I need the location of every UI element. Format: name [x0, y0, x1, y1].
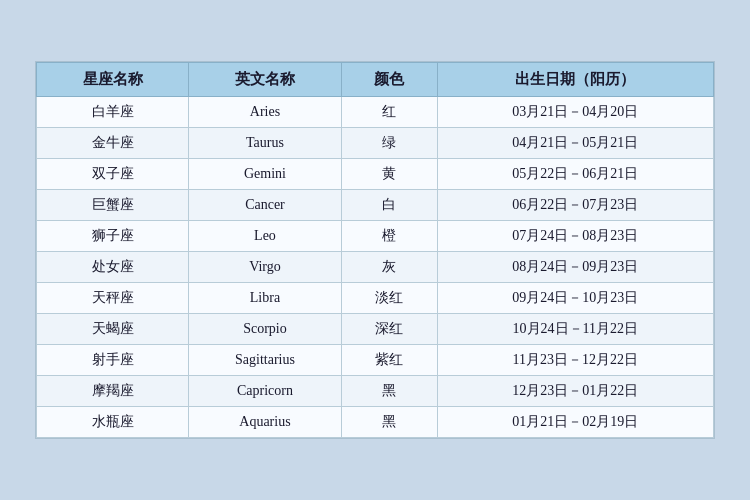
table-row: 巨蟹座Cancer白06月22日－07月23日 [37, 190, 714, 221]
cell-6-1: Libra [189, 283, 341, 314]
cell-0-0: 白羊座 [37, 97, 189, 128]
cell-6-2: 淡红 [341, 283, 437, 314]
cell-2-1: Gemini [189, 159, 341, 190]
cell-4-0: 狮子座 [37, 221, 189, 252]
table-row: 处女座Virgo灰08月24日－09月23日 [37, 252, 714, 283]
cell-0-3: 03月21日－04月20日 [437, 97, 713, 128]
cell-7-3: 10月24日－11月22日 [437, 314, 713, 345]
table-row: 狮子座Leo橙07月24日－08月23日 [37, 221, 714, 252]
table-row: 白羊座Aries红03月21日－04月20日 [37, 97, 714, 128]
cell-10-3: 01月21日－02月19日 [437, 407, 713, 438]
header-col-2: 颜色 [341, 63, 437, 97]
cell-1-0: 金牛座 [37, 128, 189, 159]
table-row: 金牛座Taurus绿04月21日－05月21日 [37, 128, 714, 159]
cell-10-1: Aquarius [189, 407, 341, 438]
cell-2-0: 双子座 [37, 159, 189, 190]
cell-5-0: 处女座 [37, 252, 189, 283]
cell-6-3: 09月24日－10月23日 [437, 283, 713, 314]
cell-5-1: Virgo [189, 252, 341, 283]
cell-7-2: 深红 [341, 314, 437, 345]
cell-3-2: 白 [341, 190, 437, 221]
cell-10-2: 黑 [341, 407, 437, 438]
cell-2-2: 黄 [341, 159, 437, 190]
zodiac-table: 星座名称英文名称颜色出生日期（阳历） 白羊座Aries红03月21日－04月20… [36, 62, 714, 438]
cell-5-3: 08月24日－09月23日 [437, 252, 713, 283]
cell-8-0: 射手座 [37, 345, 189, 376]
cell-7-0: 天蝎座 [37, 314, 189, 345]
cell-9-2: 黑 [341, 376, 437, 407]
header-col-3: 出生日期（阳历） [437, 63, 713, 97]
cell-1-1: Taurus [189, 128, 341, 159]
cell-3-0: 巨蟹座 [37, 190, 189, 221]
table-row: 摩羯座Capricorn黑12月23日－01月22日 [37, 376, 714, 407]
cell-1-2: 绿 [341, 128, 437, 159]
cell-9-1: Capricorn [189, 376, 341, 407]
cell-4-3: 07月24日－08月23日 [437, 221, 713, 252]
cell-4-2: 橙 [341, 221, 437, 252]
table-row: 天蝎座Scorpio深红10月24日－11月22日 [37, 314, 714, 345]
cell-2-3: 05月22日－06月21日 [437, 159, 713, 190]
header-col-1: 英文名称 [189, 63, 341, 97]
cell-10-0: 水瓶座 [37, 407, 189, 438]
cell-8-1: Sagittarius [189, 345, 341, 376]
cell-6-0: 天秤座 [37, 283, 189, 314]
cell-9-0: 摩羯座 [37, 376, 189, 407]
zodiac-table-wrapper: 星座名称英文名称颜色出生日期（阳历） 白羊座Aries红03月21日－04月20… [35, 61, 715, 439]
cell-5-2: 灰 [341, 252, 437, 283]
table-row: 天秤座Libra淡红09月24日－10月23日 [37, 283, 714, 314]
table-body: 白羊座Aries红03月21日－04月20日金牛座Taurus绿04月21日－0… [37, 97, 714, 438]
cell-8-2: 紫红 [341, 345, 437, 376]
cell-9-3: 12月23日－01月22日 [437, 376, 713, 407]
cell-0-1: Aries [189, 97, 341, 128]
table-header-row: 星座名称英文名称颜色出生日期（阳历） [37, 63, 714, 97]
cell-1-3: 04月21日－05月21日 [437, 128, 713, 159]
cell-0-2: 红 [341, 97, 437, 128]
cell-3-1: Cancer [189, 190, 341, 221]
header-col-0: 星座名称 [37, 63, 189, 97]
table-row: 射手座Sagittarius紫红11月23日－12月22日 [37, 345, 714, 376]
table-row: 水瓶座Aquarius黑01月21日－02月19日 [37, 407, 714, 438]
cell-7-1: Scorpio [189, 314, 341, 345]
cell-8-3: 11月23日－12月22日 [437, 345, 713, 376]
cell-4-1: Leo [189, 221, 341, 252]
table-row: 双子座Gemini黄05月22日－06月21日 [37, 159, 714, 190]
cell-3-3: 06月22日－07月23日 [437, 190, 713, 221]
